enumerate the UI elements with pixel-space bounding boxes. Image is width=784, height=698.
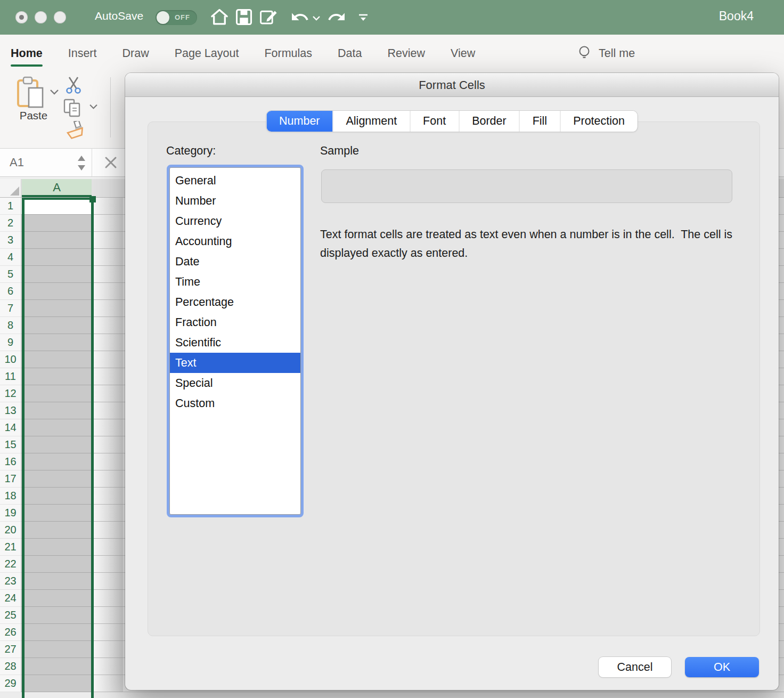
tell-me-button[interactable]: Tell me [576,35,635,72]
dialog-tab-border[interactable]: Border [459,111,519,132]
row-header-19[interactable]: 19 [0,505,21,522]
cell-B27-sliver[interactable] [91,641,123,658]
cell-A28[interactable] [21,658,91,675]
cell-A17[interactable] [21,470,91,488]
undo-dropdown-chevron-icon[interactable] [312,14,321,20]
ribbon-tab-review[interactable]: Review [387,35,425,72]
cell-A27[interactable] [21,641,91,658]
select-all-button[interactable] [0,179,21,197]
row-header-16[interactable]: 16 [0,453,21,470]
autosave-toggle[interactable]: OFF [156,10,197,25]
cell-B28-sliver[interactable] [91,658,123,675]
cell-B8-sliver[interactable] [91,317,123,334]
cell-B5-sliver[interactable] [91,266,123,283]
cell-B18-sliver[interactable] [91,488,123,505]
cell-B2-sliver[interactable] [91,215,123,232]
cut-icon[interactable] [64,75,83,94]
row-header-12[interactable]: 12 [0,385,21,402]
row-header-20[interactable]: 20 [0,522,21,539]
row-header-21[interactable]: 21 [0,539,21,556]
cell-A10[interactable] [21,351,91,368]
row-header-10[interactable]: 10 [0,351,21,368]
cell-B15-sliver[interactable] [91,436,123,453]
row-header-6[interactable]: 6 [0,283,21,300]
cell-B21-sliver[interactable] [91,539,123,556]
row-header-27[interactable]: 27 [0,641,21,658]
home-icon[interactable] [210,7,229,27]
ribbon-tab-insert[interactable]: Insert [68,35,97,72]
row-header-18[interactable]: 18 [0,488,21,505]
dialog-tab-number[interactable]: Number [266,111,332,132]
ok-button[interactable]: OK [685,657,759,677]
dialog-title[interactable]: Format Cells [125,73,779,97]
category-item-scientific[interactable]: Scientific [170,332,300,353]
save-icon[interactable] [234,7,254,27]
cell-A13[interactable] [21,402,91,419]
column-header-A[interactable]: A [22,179,92,197]
cell-A26[interactable] [21,624,91,641]
cell-A8[interactable] [21,317,91,334]
cell-A9[interactable] [21,334,91,351]
row-header-11[interactable]: 11 [0,368,21,385]
category-item-time[interactable]: Time [170,272,300,292]
cell-A1[interactable] [21,198,91,215]
row-header-28[interactable]: 28 [0,658,21,675]
selection-handle[interactable] [89,196,96,202]
cell-B17-sliver[interactable] [91,470,123,488]
cell-B26-sliver[interactable] [91,624,123,641]
row-header-7[interactable]: 7 [0,300,21,317]
row-header-15[interactable]: 15 [0,436,21,453]
paste-dropdown-chevron-icon[interactable] [50,89,59,95]
cell-B29-sliver[interactable] [91,675,123,692]
cell-A15[interactable] [21,436,91,453]
cell-A24[interactable] [21,590,91,607]
customize-toolbar-icon[interactable] [356,7,371,27]
row-header-9[interactable]: 9 [0,334,21,351]
category-item-custom[interactable]: Custom [170,393,300,413]
category-item-currency[interactable]: Currency [170,211,300,231]
cell-B12-sliver[interactable] [91,385,123,402]
category-item-fraction[interactable]: Fraction [170,312,300,332]
row-header-17[interactable]: 17 [0,470,21,488]
cell-A16[interactable] [21,453,91,470]
cell-A12[interactable] [21,385,91,402]
row-header-24[interactable]: 24 [0,590,21,607]
category-item-general[interactable]: General [170,171,300,191]
row-header-2[interactable]: 2 [0,215,21,232]
cancel-entry-icon[interactable] [103,155,118,170]
cell-B19-sliver[interactable] [91,505,123,522]
category-item-text[interactable]: Text [170,353,300,373]
dialog-tab-alignment[interactable]: Alignment [333,111,410,132]
row-header-14[interactable]: 14 [0,419,21,436]
row-header-26[interactable]: 26 [0,624,21,641]
paste-icon[interactable] [16,76,46,109]
cell-B16-sliver[interactable] [91,453,123,470]
dialog-tab-fill[interactable]: Fill [519,111,560,132]
cell-B9-sliver[interactable] [91,334,123,351]
cell-B22-sliver[interactable] [91,556,123,573]
dialog-tab-font[interactable]: Font [410,111,459,132]
cell-B10-sliver[interactable] [91,351,123,368]
row-header-23[interactable]: 23 [0,573,21,590]
cell-B24-sliver[interactable] [91,590,123,607]
cell-A29[interactable] [21,675,91,692]
cell-A4[interactable] [21,249,91,266]
cell-A18[interactable] [21,488,91,505]
cell-A25[interactable] [21,607,91,624]
ribbon-tab-data[interactable]: Data [338,35,362,72]
cell-B3-sliver[interactable] [91,232,123,249]
cell-A3[interactable] [21,232,91,249]
cancel-button[interactable]: Cancel [599,657,671,677]
row-header-3[interactable]: 3 [0,232,21,249]
row-header-13[interactable]: 13 [0,402,21,419]
cell-A7[interactable] [21,300,91,317]
cell-A19[interactable] [21,505,91,522]
cell-B25-sliver[interactable] [91,607,123,624]
cell-A14[interactable] [21,419,91,436]
cell-B1-sliver[interactable] [91,198,123,215]
category-item-date[interactable]: Date [170,251,300,272]
name-box[interactable]: A1 [10,156,24,169]
cell-A21[interactable] [21,539,91,556]
cell-A2[interactable] [21,215,91,232]
cell-B7-sliver[interactable] [91,300,123,317]
